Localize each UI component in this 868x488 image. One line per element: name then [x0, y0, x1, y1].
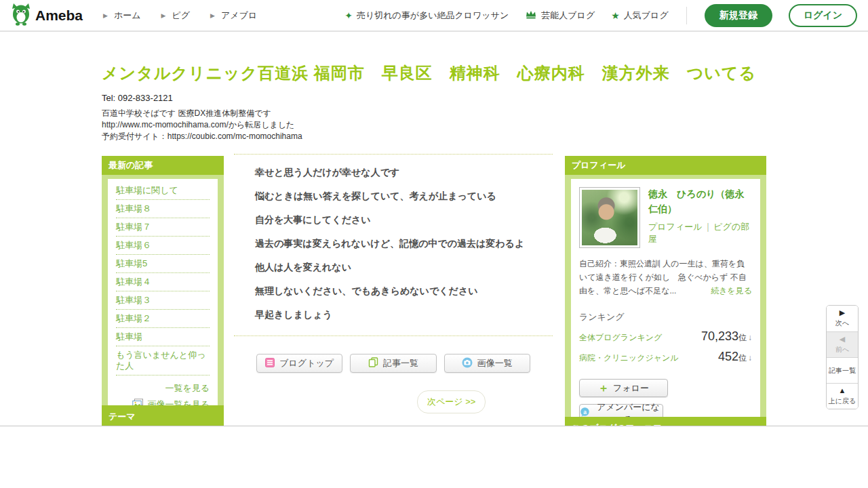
theme-header: テーマ	[102, 405, 224, 428]
blog-description: 百道中学校そばです 医療DX推進体制整備です http://www.mc-mom…	[102, 108, 766, 142]
sidebar-theme: テーマ	[102, 405, 224, 428]
article-link[interactable]: 駐車場６	[116, 237, 210, 255]
breadcrumb-ameblo[interactable]: ▶ アメブロ	[210, 9, 257, 22]
follow-label: フォロー	[613, 382, 649, 394]
article-link[interactable]: 駐車場に関して	[116, 182, 210, 200]
breadcrumb-arrow-icon: ▶	[210, 12, 215, 19]
breadcrumb-pigg-label: ピグ	[172, 9, 190, 22]
sidebar-latest-articles: 最新の記事 駐車場に関して 駐車場８ 駐車場７ 駐車場６ 駐車場5 駐車場４ 駐…	[102, 156, 224, 425]
login-button[interactable]: ログイン	[789, 4, 857, 27]
rank-down-arrow-icon: ↓	[748, 333, 752, 342]
breadcrumb-home[interactable]: ▶ ホーム	[103, 9, 141, 22]
latest-articles-header: 最新の記事	[102, 156, 224, 175]
svg-text:a: a	[583, 409, 587, 415]
next-triangle-icon: ▶	[840, 309, 845, 317]
breadcrumb-pigg[interactable]: ▶ ピグ	[161, 9, 191, 22]
top-nav-links: ✦ 売り切れの事が多い絶品クロワッサン 芸能人ブログ ★ 人気ブログ 新規登録 …	[344, 4, 857, 27]
rank-down-arrow-icon: ↓	[748, 353, 752, 363]
ameblo-page: Ameba ▶ ホーム ▶ ピグ ▶ アメブロ ✦ 売り切れの事が多い絶品クロワ…	[0, 0, 868, 488]
entry-line: 他人は人を変えれない	[255, 262, 546, 272]
genre-ranking-link[interactable]: 病院・クリニックジャンル	[579, 352, 679, 364]
breadcrumb-home-label: ホーム	[114, 9, 141, 22]
article-list-label: 記事一覧	[383, 357, 418, 369]
blog-tel: Tel: 092-833-2121	[102, 93, 766, 103]
link-separator: ｜	[703, 222, 714, 232]
blog-description-line: 百道中学校そばです 医療DX推進体制整備です	[102, 108, 766, 119]
ameba-logo[interactable]: Ameba	[11, 3, 83, 28]
top-navigation-bar: Ameba ▶ ホーム ▶ ピグ ▶ アメブロ ✦ 売り切れの事が多い絶品クロワ…	[0, 0, 868, 32]
nav-divider	[686, 7, 687, 24]
image-list-label: 画像一覧	[477, 357, 513, 369]
blog-top-button[interactable]: ブログトップ	[256, 354, 342, 373]
blog-description-line: 予約受付サイト：https://coubic.com/mc-momochiham…	[102, 131, 766, 142]
next-page-row: 次ページ >>	[234, 390, 553, 413]
entry-body: 幸せと思う人だけが幸せな人です 悩むときは無い答えを探していて、考えが止まってい…	[234, 154, 553, 336]
article-list-button[interactable]: 記事一覧	[350, 354, 436, 373]
ranking-row-overall: 全体ブログランキング 70,233位↓	[579, 329, 752, 344]
breadcrumb-arrow-icon: ▶	[161, 12, 166, 19]
sparkle-icon: ✦	[344, 10, 353, 21]
article-link[interactable]: 駐車場４	[116, 273, 210, 291]
nav-popular-blog-label: 人気ブログ	[624, 9, 669, 22]
overall-ranking-link[interactable]: 全体ブログランキング	[579, 332, 662, 344]
nav-popular-blog-link[interactable]: ★ 人気ブログ	[611, 9, 668, 22]
blog-top-label: ブログトップ	[279, 357, 334, 369]
pager-back-to-top-button[interactable]: ▲ 上に戻る	[827, 383, 858, 409]
pager-next-label: 次へ	[835, 319, 849, 328]
blog-title[interactable]: メンタルクリニック百道浜 福岡市 早良区 精神科 心療内科 漢方外来 ついてる	[102, 62, 766, 84]
entry-line: 幸せと思う人だけが幸せな人です	[255, 167, 546, 177]
article-list-icon	[368, 357, 378, 369]
profile-avatar[interactable]	[579, 187, 640, 248]
follow-button[interactable]: ＋ フォロー	[579, 379, 668, 397]
crown-icon	[525, 9, 537, 21]
article-link[interactable]: 駐車場5	[116, 255, 210, 273]
article-link[interactable]: 駐車場２	[116, 310, 210, 328]
star-icon: ★	[611, 10, 620, 21]
pager-article-list-label: 記事一覧	[829, 366, 856, 375]
entry-line: 悩むときは無い答えを探していて、考えが止まっている	[255, 191, 546, 201]
article-link[interactable]: 駐車場	[116, 328, 210, 346]
profile-page-link[interactable]: プロフィール	[648, 222, 703, 232]
overall-rank-number: 70,233	[701, 329, 738, 343]
blog-header: メンタルクリニック百道浜 福岡市 早良区 精神科 心療内科 漢方外来 ついてる …	[102, 62, 766, 142]
read-more-link[interactable]: 続きを見る	[711, 284, 752, 298]
floating-pager: ▶ 次へ ◀ 前へ 記事一覧 ▲ 上に戻る	[826, 305, 859, 409]
genre-rank-number: 452	[718, 350, 738, 363]
sidebar-profile: プロフィール 徳永 ひろのり（徳永 仁伯） プロフィール｜ピグの部屋 自己紹介：…	[565, 156, 766, 462]
entry-line: 早起きしましょう	[255, 310, 546, 319]
signup-button[interactable]: 新規登録	[705, 4, 772, 27]
view-all-articles-link[interactable]: 一覧を見る	[116, 375, 210, 394]
image-list-button[interactable]: 画像一覧	[444, 354, 530, 373]
ranking-title: ランキング	[579, 311, 752, 323]
up-triangle-icon: ▲	[839, 387, 846, 394]
breadcrumb: ▶ ホーム ▶ ピグ ▶ アメブロ	[103, 9, 257, 22]
entry-line: 自分を大事にしてください	[255, 215, 546, 224]
latest-articles-body: 駐車場に関して 駐車場８ 駐車場７ 駐車場６ 駐車場5 駐車場４ 駐車場３ 駐車…	[102, 175, 224, 425]
nav-celebrity-blog-link[interactable]: 芸能人ブログ	[525, 9, 595, 22]
below-fold-area	[0, 426, 868, 488]
profile-bio: 自己紹介：東照公遺訓 人の一生は、重荷を負いて遠き道を行くが如し 急ぐべからず …	[579, 257, 752, 298]
pager-prev-label: 前へ	[835, 345, 849, 354]
next-page-button[interactable]: 次ページ >>	[417, 390, 486, 413]
nav-celebrity-blog-label: 芸能人ブログ	[541, 9, 595, 22]
ameba-wordmark: Ameba	[35, 7, 83, 24]
entry-line: 過去の事実は変えられないけど、記憶の中での過去は変わるよ	[255, 239, 546, 248]
breadcrumb-arrow-icon: ▶	[103, 12, 108, 19]
prev-triangle-icon: ◀	[840, 336, 845, 343]
article-link[interactable]: 駐車場８	[116, 200, 210, 218]
overall-rank-unit: 位	[738, 333, 747, 342]
profile-name-link[interactable]: 徳永 ひろのり（徳永 仁伯）	[648, 187, 752, 216]
nav-croissant-link[interactable]: ✦ 売り切れの事が多い絶品クロワッサン	[344, 9, 509, 22]
entry-button-row: ブログトップ 記事一覧	[256, 354, 530, 373]
article-link[interactable]: もう言いませんと仰った人	[116, 346, 210, 375]
entry-line: 無理しないください、でもあきらめないでください	[255, 286, 546, 296]
ameba-mascot-icon	[11, 3, 31, 28]
profile-header: プロフィール	[565, 156, 766, 175]
pager-next-button[interactable]: ▶ 次へ	[827, 306, 858, 331]
pager-article-list-button[interactable]: 記事一覧	[827, 357, 858, 383]
pager-prev-button[interactable]: ◀ 前へ	[827, 331, 858, 357]
genre-ranking-value: 452位↓	[718, 350, 752, 364]
article-link[interactable]: 駐車場７	[116, 218, 210, 237]
article-link[interactable]: 駐車場３	[116, 291, 210, 310]
blog-entry-column: 幸せと思う人だけが幸せな人です 悩むときは無い答えを探していて、考えが止まってい…	[234, 154, 553, 466]
